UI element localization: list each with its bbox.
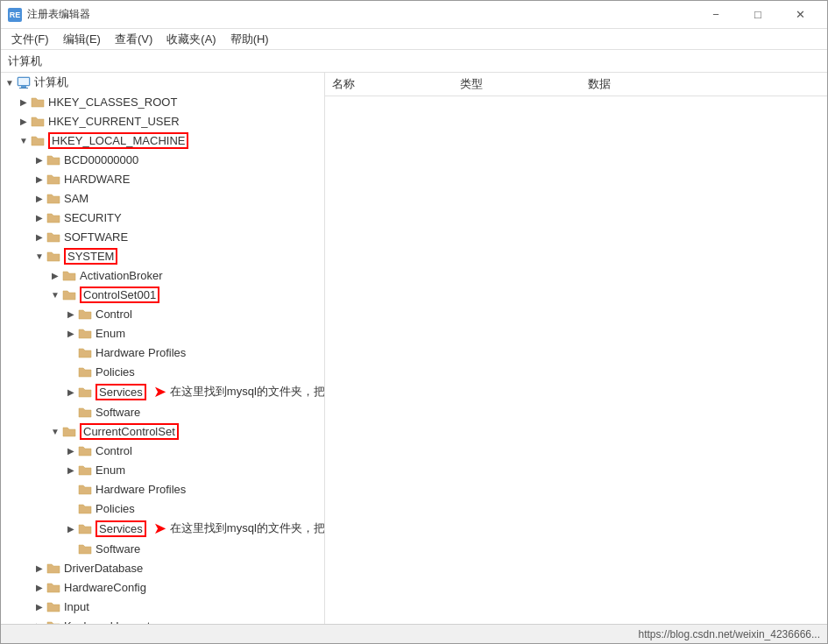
tree-node-enum2[interactable]: ▶ Enum xyxy=(1,460,324,479)
expand-icon[interactable]: ▶ xyxy=(64,521,78,535)
expand-icon[interactable]: ▶ xyxy=(32,599,46,613)
tree-node-enum1[interactable]: ▶ Enum xyxy=(1,323,324,343)
menu-file[interactable]: 文件(F) xyxy=(4,30,56,49)
tree-node-keyboard[interactable]: ▶ Keyboard Layout xyxy=(1,616,324,624)
tree-node-root[interactable]: ▼ 计算机 xyxy=(1,73,324,92)
node-label: SAM xyxy=(64,192,88,205)
folder-icon xyxy=(78,501,92,515)
expand-icon[interactable]: ▶ xyxy=(32,619,46,624)
node-label: Input xyxy=(64,600,89,613)
folder-icon xyxy=(78,405,92,419)
annotation2-text: 在这里找到mysql的文件夹，把它删除 xyxy=(170,520,325,536)
registry-editor-window: RE 注册表编辑器 − □ ✕ 文件(F) 编辑(E) 查看(V) 收藏夹(A)… xyxy=(0,0,828,644)
tree-node-policies1[interactable]: Policies xyxy=(1,362,324,381)
tree-node-controlset001[interactable]: ▼ ControlSet001 xyxy=(1,285,324,304)
tree-node-current-user[interactable]: ▶ HKEY_CURRENT_USER xyxy=(1,111,324,131)
menu-view[interactable]: 查看(V) xyxy=(108,30,159,49)
tree-node-hardware[interactable]: ▶ HARDWARE xyxy=(1,169,324,188)
expand-icon[interactable]: ▶ xyxy=(64,463,78,477)
menu-favorites[interactable]: 收藏夹(A) xyxy=(159,30,223,49)
expand-icon[interactable]: ▼ xyxy=(17,133,31,147)
tree-node-local-machine[interactable]: ▼ HKEY_LOCAL_MACHINE xyxy=(1,131,324,150)
tree-node-sam[interactable]: ▶ SAM xyxy=(1,188,324,208)
minimize-button[interactable]: − xyxy=(696,1,736,29)
folder-icon xyxy=(78,345,92,359)
expand-icon[interactable]: ▶ xyxy=(32,210,46,224)
tree-node-driverdb[interactable]: ▶ DriverDatabase xyxy=(1,558,324,577)
node-label: DriverDatabase xyxy=(64,562,143,575)
node-label: SOFTWARE xyxy=(64,230,128,244)
expand-icon[interactable] xyxy=(64,501,78,515)
tree-node-activationbroker[interactable]: ▶ ActivationBroker xyxy=(1,265,324,285)
expand-icon[interactable]: ▶ xyxy=(32,172,46,186)
folder-icon xyxy=(78,326,92,340)
expand-icon[interactable]: ▶ xyxy=(64,326,78,340)
node-label: Software xyxy=(96,542,140,556)
expand-icon[interactable]: ▶ xyxy=(32,152,46,166)
close-button[interactable]: ✕ xyxy=(780,1,820,29)
expand-icon[interactable]: ▶ xyxy=(32,580,46,594)
tree-node-bcd[interactable]: ▶ BCD00000000 xyxy=(1,150,324,169)
tree-node-hwprofiles1[interactable]: Hardware Profiles xyxy=(1,343,324,362)
expand-icon[interactable]: ▼ xyxy=(48,424,62,438)
node-label: HARDWARE xyxy=(64,173,130,186)
tree-node-software1[interactable]: Software xyxy=(1,402,324,421)
expand-icon[interactable]: ▶ xyxy=(32,230,46,244)
node-label: HKEY_LOCAL_MACHINE xyxy=(48,132,188,149)
expand-icon[interactable] xyxy=(64,405,78,419)
tree-node-hwconfig[interactable]: ▶ HardwareConfig xyxy=(1,577,324,597)
tree-node-services1[interactable]: ▶ Services xyxy=(1,382,150,401)
folder-icon xyxy=(78,385,92,399)
tree-node-software-lm[interactable]: ▶ SOFTWARE xyxy=(1,227,324,246)
arrow2-icon: ➤ xyxy=(153,519,166,538)
folder-icon xyxy=(46,210,60,224)
services1-label: Services xyxy=(96,384,146,400)
expand-icon-root[interactable]: ▼ xyxy=(3,75,17,89)
expand-icon[interactable] xyxy=(64,482,78,496)
folder-icon xyxy=(46,191,60,205)
expand-icon[interactable]: ▼ xyxy=(32,249,46,263)
expand-icon[interactable]: ▶ xyxy=(17,114,31,128)
expand-icon[interactable]: ▶ xyxy=(32,191,46,205)
expand-icon[interactable]: ▶ xyxy=(48,268,62,282)
expand-icon[interactable] xyxy=(64,364,78,379)
tree-node-system[interactable]: ▼ SYSTEM xyxy=(1,246,324,265)
col-type: 类型 xyxy=(460,76,483,92)
tree-panel[interactable]: ▼ 计算机 ▶ HKEY_CLASSES_ROOT ▶ xyxy=(1,73,325,624)
tree-node-input[interactable]: ▶ Input xyxy=(1,597,324,616)
svg-rect-3 xyxy=(18,78,29,85)
node-label: HardwareConfig xyxy=(64,581,146,594)
node-label: Control xyxy=(96,308,132,321)
tree-node-currentcontrolset[interactable]: ▼ CurrentControlSet xyxy=(1,421,324,441)
node-label: Hardware Profiles xyxy=(96,483,186,496)
expand-icon[interactable] xyxy=(64,345,78,359)
expand-icon[interactable]: ▶ xyxy=(17,95,31,109)
tree-node-security[interactable]: ▶ SECURITY xyxy=(1,208,324,227)
expand-icon[interactable]: ▶ xyxy=(64,443,78,457)
tree-node-classes-root[interactable]: ▶ HKEY_CLASSES_ROOT xyxy=(1,92,324,111)
tree-node-control2[interactable]: ▶ Control xyxy=(1,441,324,460)
node-label: SYSTEM xyxy=(64,248,117,265)
expand-icon[interactable]: ▶ xyxy=(32,561,46,575)
node-label: Hardware Profiles xyxy=(96,346,186,359)
tree-node-services2[interactable]: ▶ Services xyxy=(1,519,150,538)
title-bar: RE 注册表编辑器 − □ ✕ xyxy=(1,1,827,29)
expand-icon[interactable] xyxy=(64,541,78,556)
detail-panel: 名称 类型 数据 xyxy=(325,73,827,624)
tree-node-software2[interactable]: Software xyxy=(1,539,324,558)
menu-edit[interactable]: 编辑(E) xyxy=(56,30,108,49)
annotation2: ➤ 在这里找到mysql的文件夹，把它删除 xyxy=(153,519,325,538)
menu-bar: 文件(F) 编辑(E) 查看(V) 收藏夹(A) 帮助(H) xyxy=(1,29,827,50)
maximize-button[interactable]: □ xyxy=(738,1,778,29)
tree-node-policies2[interactable]: Policies xyxy=(1,499,324,518)
folder-icon xyxy=(46,580,60,594)
expand-icon[interactable]: ▼ xyxy=(48,287,62,301)
expand-icon[interactable]: ▶ xyxy=(64,307,78,321)
node-label: Enum xyxy=(96,464,125,477)
tree-node-control1[interactable]: ▶ Control xyxy=(1,304,324,323)
expand-icon[interactable]: ▶ xyxy=(64,385,78,399)
folder-icon xyxy=(78,541,92,556)
menu-help[interactable]: 帮助(H) xyxy=(223,30,276,49)
tree-node-hwprofiles2[interactable]: Hardware Profiles xyxy=(1,479,324,499)
services2-label: Services xyxy=(96,520,146,537)
